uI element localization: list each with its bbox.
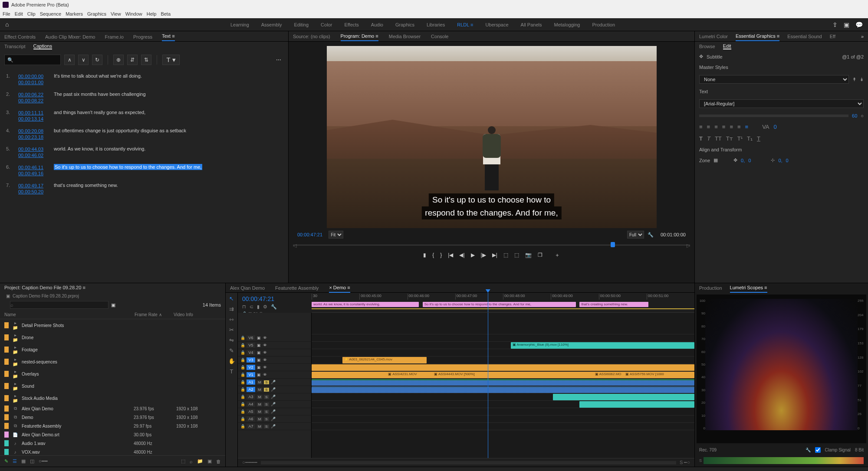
eg-edit[interactable]: Edit [723, 43, 731, 49]
tab-effect-controls[interactable]: Effect Controls [4, 33, 36, 41]
align-top-icon[interactable]: ≡ [730, 124, 733, 130]
wrench-tl-icon[interactable]: 🔧 [271, 304, 277, 310]
filter-icon[interactable]: ▣ [111, 302, 115, 308]
tab-lumetri-color[interactable]: Lumetri Color [699, 32, 728, 41]
goto-in-icon[interactable]: |◀ [448, 252, 453, 258]
play-icon[interactable]: ▶ [471, 252, 475, 258]
ws-effects[interactable]: Effects [344, 22, 358, 27]
zone-grid-icon[interactable]: ▦ [713, 157, 718, 163]
caption-row[interactable]: 3.00.00:11.1100.00:13.14and things haven… [4, 107, 284, 125]
audio-clip[interactable] [579, 401, 694, 408]
tracking-value[interactable]: 60 [852, 113, 857, 118]
quick-export-icon[interactable]: ▣ [844, 21, 849, 28]
project-search[interactable] [10, 301, 108, 309]
step-back-icon[interactable]: ◀| [459, 252, 464, 258]
video-track-header[interactable]: 🔒V3▣👁 [238, 357, 311, 364]
project-item[interactable]: ▸ 📁Stock Audio Media [0, 392, 225, 404]
master-style-select[interactable]: None [699, 75, 849, 84]
underline-icon[interactable]: T [757, 135, 760, 142]
size-icon[interactable]: ○ [861, 113, 864, 118]
allcaps-icon[interactable]: TT [715, 135, 722, 142]
ws-libraries[interactable]: Libraries [427, 22, 445, 27]
timeline-ruler[interactable]: 3000:00:45:0000:00:46:0000:00:47:0000:00… [312, 293, 694, 313]
video-clip[interactable] [312, 364, 694, 371]
tab-lumetri-scopes[interactable]: Lumetri Scopes ≡ [730, 283, 767, 293]
audio-track-header[interactable]: 🔒A3MS🎤 [238, 393, 311, 401]
audio-track-header[interactable]: 🔒A4MS🎤 [238, 401, 311, 408]
ws-production[interactable]: Production [592, 22, 615, 27]
tab-console[interactable]: Console [431, 32, 448, 41]
col-framerate[interactable]: Frame Rate ∧ [135, 312, 174, 317]
bit-depth[interactable]: 8 Bit [855, 448, 864, 452]
push-down-icon[interactable]: ↡ [860, 77, 864, 82]
track-content[interactable]: ▣ Anamorphic_Blue (8).mov [110%]⚡ A003_0… [312, 313, 694, 458]
ws-graphics[interactable]: Graphics [395, 22, 414, 27]
project-item[interactable]: ▸ 📁Sound [0, 380, 225, 392]
program-monitor[interactable]: So it's up to us to choose how torespond… [327, 46, 657, 228]
list-view-icon[interactable]: ☰ [13, 458, 17, 464]
export-frame-icon[interactable]: 📷 [525, 252, 532, 258]
menu-window[interactable]: Window [125, 11, 142, 16]
bold-icon[interactable]: T [699, 135, 703, 142]
settings-icon[interactable]: 🔧 [648, 232, 654, 238]
video-track-header[interactable]: 🔒V6▣👁 [238, 334, 311, 342]
ws-audio[interactable]: Audio [371, 22, 383, 27]
tab-production[interactable]: Production [699, 284, 722, 292]
marker-icon[interactable]: ▮ [423, 252, 426, 258]
tl-track-height[interactable]: S ━○ [680, 460, 690, 465]
video-clip[interactable]: ▣ ASSI4231.MOV▣ ASSI4443.MOV [500%]▣ ASS… [312, 372, 694, 378]
project-item[interactable]: ⧉Alex Qian Demo23.976 fps1920 x 108 [0, 404, 225, 413]
goto-out-icon[interactable]: ▶| [492, 252, 497, 258]
tab-eff[interactable]: Eff [830, 32, 835, 41]
project-item[interactable]: ▸ 📁Footage [0, 343, 225, 356]
tab-progress[interactable]: Progress [133, 33, 152, 41]
stroke-value[interactable]: 0 [774, 124, 777, 130]
tracking-icon[interactable]: VA [762, 124, 769, 130]
tab-text[interactable]: Text ≡ [162, 32, 175, 41]
tab-program[interactable]: Program: Demo ≡ [341, 32, 378, 41]
caption-row[interactable]: 6.00.00:46.1100.00:49.16So it's up to us… [4, 161, 284, 180]
freeform-icon[interactable]: ◫ [30, 458, 34, 464]
seq-tab-0[interactable]: Alex Qian Demo [230, 284, 265, 292]
caption-row[interactable]: 2.00.00:06.2200.00:08.22The past six mon… [4, 88, 284, 107]
audio-track-header[interactable]: 🔒A6MS🎤 [238, 415, 311, 423]
share-icon[interactable]: ⇪ [832, 21, 838, 28]
playhead-icon[interactable] [611, 242, 615, 247]
anchor-x[interactable]: 0, [778, 158, 782, 163]
button-editor-icon[interactable]: ＋ [555, 252, 560, 259]
align-justify-icon[interactable]: ≡ [722, 124, 726, 130]
slip-tool-icon[interactable]: ⇋ [229, 337, 234, 345]
chat-icon[interactable]: 💬 [855, 21, 863, 28]
ws-learning[interactable]: Learning [230, 22, 249, 27]
trash-icon[interactable]: 🗑 [216, 459, 221, 464]
caption-row[interactable]: 7.00.00:49.1700.00:50.20that's creating … [4, 180, 284, 198]
tab-frameio[interactable]: Frame.io [105, 33, 124, 41]
caption-row[interactable]: 4.00.00:20.0800.00:23.18but oftentimes c… [4, 125, 284, 143]
timeline-playhead-line[interactable] [488, 313, 488, 458]
project-item[interactable]: ▸ 📁Overlays [0, 368, 225, 380]
ws-uberspace[interactable]: Uberspace [485, 22, 508, 27]
pen-icon[interactable]: ✎ [4, 458, 8, 464]
project-title[interactable]: Project: Caption Demo File 09.28.20 [4, 285, 81, 290]
video-track-header[interactable]: 🔒V2▣👁 [238, 364, 311, 371]
menu-sequence[interactable]: Sequence [40, 11, 62, 16]
menu-help[interactable]: Help [147, 11, 157, 16]
seq-tab-1[interactable]: Featurette Assembly [275, 284, 319, 292]
align-right-icon[interactable]: ≡ [714, 124, 718, 130]
audio-meter[interactable] [704, 457, 864, 464]
scope-wrench-icon[interactable]: 🔧 [806, 448, 811, 452]
align-bot-icon[interactable]: ≡ [745, 124, 749, 130]
program-scrubber[interactable]: ◁ ▷ [293, 242, 690, 248]
caption-menu[interactable]: ⋯ [273, 55, 284, 65]
caption-style[interactable]: T ▾ [162, 55, 180, 65]
comparison-icon[interactable]: ❐ [538, 252, 542, 258]
extract-icon[interactable]: ⬚ [514, 252, 519, 258]
subtitle-layer[interactable]: Subtitle [707, 54, 838, 59]
subtab-transcript[interactable]: Transcript [4, 44, 26, 49]
caption-refresh[interactable]: ↻ [92, 55, 102, 65]
type-tool-icon[interactable]: T [230, 368, 233, 376]
in-icon[interactable]: { [432, 252, 434, 258]
lift-icon[interactable]: ⬚ [503, 252, 508, 258]
pos-x[interactable]: 0, [741, 158, 745, 163]
project-item[interactable]: ▸ 📁nested-sequences [0, 356, 225, 368]
